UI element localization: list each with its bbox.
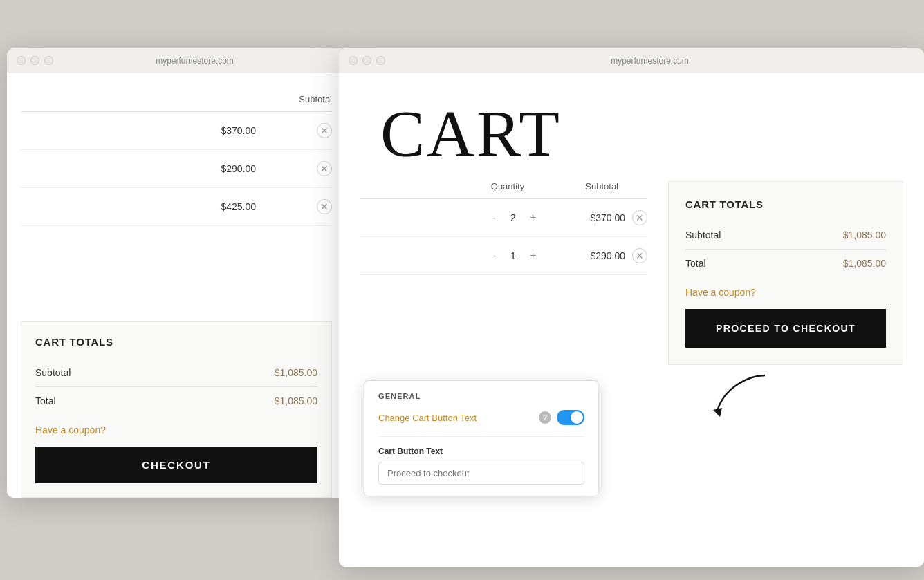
right-subtotal-value: $1,085.00 bbox=[843, 230, 886, 241]
right-dot-close[interactable] bbox=[349, 56, 358, 65]
right-totals-title: CART TOTALS bbox=[685, 198, 886, 210]
left-coupon-link[interactable]: Have a coupon? bbox=[35, 424, 317, 436]
toggle-switch[interactable] bbox=[557, 410, 584, 425]
left-url-bar: myperfumestore.com bbox=[53, 56, 336, 66]
left-subtotal-label: Subtotal bbox=[35, 367, 71, 378]
left-titlebar: myperfumestore.com bbox=[7, 48, 346, 73]
right-row1-subtotal: $370.00 bbox=[556, 212, 625, 223]
dot-close[interactable] bbox=[17, 56, 26, 65]
right-header-qty: Quantity bbox=[466, 181, 549, 191]
svg-marker-0 bbox=[713, 408, 722, 417]
left-row1-subtotal: $370.00 bbox=[207, 125, 256, 136]
left-cart-row-2: $290.00 ✕ bbox=[21, 150, 332, 188]
right-row1-qty-value: 2 bbox=[506, 212, 520, 223]
left-header-subtotal: Subtotal bbox=[299, 94, 332, 104]
left-row3-remove-btn[interactable]: ✕ bbox=[317, 199, 332, 214]
right-total-value: $1,085.00 bbox=[843, 258, 886, 269]
right-totals-section: CART TOTALS Subtotal $1,085.00 Total $1,… bbox=[668, 181, 903, 546]
help-icon[interactable]: ? bbox=[539, 411, 551, 424]
left-cart-totals: CART TOTALS Subtotal $1,085.00 Total $1,… bbox=[21, 321, 332, 498]
right-coupon-link[interactable]: Have a coupon? bbox=[685, 287, 886, 298]
left-cart-area: Subtotal $370.00 ✕ $290.00 ✕ $425.00 ✕ bbox=[7, 87, 346, 321]
right-row1-remove-btn[interactable]: ✕ bbox=[632, 210, 647, 225]
right-row1-qty-control: - 2 + bbox=[473, 210, 556, 225]
right-row2-qty-value: 1 bbox=[506, 250, 520, 261]
left-total-value: $1,085.00 bbox=[275, 395, 317, 406]
right-proceed-btn[interactable]: PROCEED TO CHECKOUT bbox=[685, 309, 886, 348]
left-total-row: Total $1,085.00 bbox=[35, 387, 317, 415]
left-total-label: Total bbox=[35, 395, 56, 406]
right-titlebar: myperfumestore.com bbox=[339, 48, 924, 73]
left-row2-remove-btn[interactable]: ✕ bbox=[317, 161, 332, 176]
right-total-label: Total bbox=[685, 258, 706, 269]
right-subtotal-label: Subtotal bbox=[685, 230, 721, 241]
dot-maximize[interactable] bbox=[44, 56, 53, 65]
left-browser-content: Subtotal $370.00 ✕ $290.00 ✕ $425.00 ✕ C… bbox=[7, 73, 346, 498]
right-row1-qty-plus[interactable]: + bbox=[526, 210, 540, 225]
right-row2-remove-btn[interactable]: ✕ bbox=[632, 248, 647, 263]
right-row1-qty-minus[interactable]: - bbox=[489, 210, 501, 225]
left-row1-remove-btn[interactable]: ✕ bbox=[317, 123, 332, 138]
popup-field-label: Cart Button Text bbox=[378, 447, 584, 456]
cart-button-text-input[interactable]: Proceed to checkout bbox=[378, 462, 584, 485]
right-window-dots bbox=[349, 56, 385, 65]
right-row2-qty-minus[interactable]: - bbox=[489, 248, 501, 263]
right-row2-qty-control: - 1 + bbox=[473, 248, 556, 263]
right-row2-qty-plus[interactable]: + bbox=[526, 248, 540, 263]
arrow-container bbox=[668, 365, 903, 420]
popup-section-title: GENERAL bbox=[378, 392, 584, 400]
right-cart-row-1: - 2 + $370.00 ✕ bbox=[360, 199, 647, 237]
dot-minimize[interactable] bbox=[30, 56, 39, 65]
left-subtotal-row: Subtotal $1,085.00 bbox=[35, 359, 317, 387]
left-subtotal-value: $1,085.00 bbox=[275, 367, 317, 378]
right-dot-maximize[interactable] bbox=[376, 56, 385, 65]
popup-divider bbox=[378, 436, 584, 437]
popup-toggle-row: Change Cart Button Text ? bbox=[378, 410, 584, 425]
cart-page-title: CART bbox=[339, 73, 924, 181]
arrow-annotation bbox=[710, 372, 779, 420]
left-checkout-btn[interactable]: CHECKOUT bbox=[35, 447, 317, 483]
left-table-header: Subtotal bbox=[21, 94, 332, 112]
right-dot-minimize[interactable] bbox=[362, 56, 371, 65]
right-main-content: Quantity Subtotal - 2 + $370.00 ✕ bbox=[339, 181, 924, 567]
left-totals-title: CART TOTALS bbox=[35, 336, 317, 348]
left-cart-row-1: $370.00 ✕ bbox=[21, 112, 332, 150]
left-window-dots bbox=[17, 56, 53, 65]
popup-toggle-label: Change Cart Button Text bbox=[378, 413, 477, 423]
right-subtotal-row: Subtotal $1,085.00 bbox=[685, 221, 886, 250]
left-browser-window: myperfumestore.com Subtotal $370.00 ✕ $2… bbox=[7, 48, 346, 498]
left-row3-subtotal: $425.00 bbox=[207, 201, 256, 212]
right-url-bar: myperfumestore.com bbox=[385, 56, 914, 66]
popup-panel: GENERAL Change Cart Button Text ? Cart B… bbox=[364, 380, 599, 496]
right-total-row: Total $1,085.00 bbox=[685, 250, 886, 277]
right-totals-box: CART TOTALS Subtotal $1,085.00 Total $1,… bbox=[668, 181, 903, 365]
right-row2-subtotal: $290.00 bbox=[556, 250, 625, 261]
right-header-sub: Subtotal bbox=[549, 181, 618, 191]
popup-row-controls: ? bbox=[539, 410, 584, 425]
right-table-header: Quantity Subtotal bbox=[360, 181, 647, 199]
left-cart-row-3: $425.00 ✕ bbox=[21, 188, 332, 226]
left-row2-subtotal: $290.00 bbox=[207, 163, 256, 174]
right-cart-row-2: - 1 + $290.00 ✕ bbox=[360, 237, 647, 275]
